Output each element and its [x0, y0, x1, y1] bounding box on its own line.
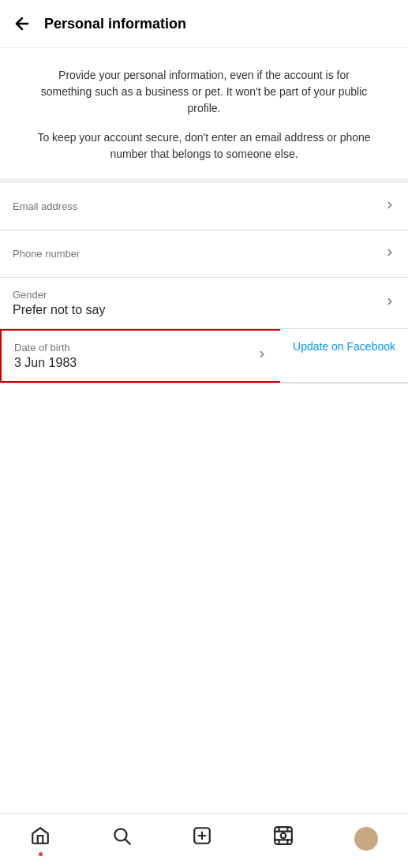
reels-icon	[273, 825, 294, 851]
phone-field-left: Phone number	[13, 248, 378, 260]
home-dot-indicator	[39, 852, 43, 856]
svg-rect-6	[275, 827, 292, 844]
nav-profile[interactable]	[354, 827, 378, 851]
svg-line-2	[125, 840, 130, 844]
gender-chevron-icon	[384, 296, 395, 310]
nav-reels[interactable]	[273, 825, 294, 851]
nav-home[interactable]	[30, 825, 51, 851]
dob-section: Date of birth 3 Jun 1983 Update on Faceb…	[0, 329, 408, 383]
email-chevron-icon	[384, 200, 395, 214]
email-field-row[interactable]: Email address	[0, 183, 408, 230]
phone-label: Phone number	[13, 248, 378, 260]
dob-field-left: Date of birth 3 Jun 1983	[14, 342, 250, 370]
bottom-nav	[0, 813, 408, 868]
email-label: Email address	[13, 200, 378, 212]
gender-field-row[interactable]: Gender Prefer not to say	[0, 278, 408, 329]
update-on-facebook-button[interactable]: Update on Facebook	[280, 329, 408, 383]
description-section: Provide your personal information, even …	[0, 48, 408, 183]
dob-chevron-icon	[256, 349, 268, 363]
add-icon	[192, 825, 212, 851]
email-field-left: Email address	[13, 200, 378, 212]
gender-field-left: Gender Prefer not to say	[13, 289, 378, 317]
nav-search[interactable]	[111, 825, 132, 851]
nav-add[interactable]	[192, 825, 212, 851]
gender-value: Prefer not to say	[13, 303, 378, 317]
description-primary: Provide your personal information, even …	[32, 67, 376, 117]
page-title: Personal information	[44, 16, 186, 32]
header: Personal information	[0, 0, 408, 48]
phone-field-row[interactable]: Phone number	[0, 230, 408, 278]
phone-chevron-icon	[384, 247, 395, 261]
dob-value: 3 Jun 1983	[14, 356, 250, 370]
form-section: Email address Phone number Gender	[0, 183, 408, 383]
home-icon	[30, 825, 51, 851]
dob-label: Date of birth	[14, 342, 250, 354]
gender-label: Gender	[13, 289, 378, 301]
search-icon	[111, 825, 132, 851]
svg-point-7	[281, 833, 286, 839]
description-secondary: To keep your account secure, don't enter…	[32, 129, 376, 163]
back-button[interactable]	[13, 11, 38, 36]
profile-avatar	[354, 827, 378, 851]
dob-field-row[interactable]: Date of birth 3 Jun 1983	[0, 329, 280, 383]
